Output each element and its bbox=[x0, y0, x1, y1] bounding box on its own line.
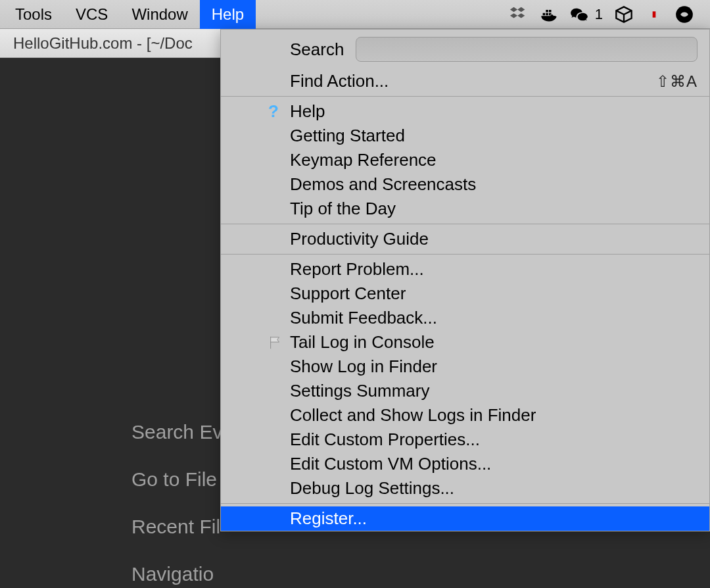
shortcut-label: ⇧⌘A bbox=[656, 72, 698, 91]
menu-productivity-guide[interactable]: Productivity Guide bbox=[221, 227, 709, 251]
menu-separator bbox=[221, 254, 709, 255]
menubar: Tools VCS Window Help 1 bbox=[0, 0, 710, 29]
menu-settings-summary[interactable]: Settings Summary bbox=[221, 379, 709, 403]
menu-search-input[interactable] bbox=[356, 37, 698, 62]
menu-report-problem[interactable]: Report Problem... bbox=[221, 257, 709, 282]
menu-help[interactable]: ? Help bbox=[221, 99, 709, 124]
menu-separator bbox=[221, 503, 709, 504]
menu-separator bbox=[221, 224, 709, 224]
notification-count: 1 bbox=[595, 6, 603, 23]
menu-support-center[interactable]: Support Center bbox=[221, 282, 709, 306]
menu-find-action[interactable]: Find Action... ⇧⌘A bbox=[221, 69, 709, 93]
menu-tools[interactable]: Tools bbox=[3, 0, 64, 29]
menu-tip-of-day[interactable]: Tip of the Day bbox=[221, 197, 709, 221]
menu-demos-screencasts[interactable]: Demos and Screencasts bbox=[221, 172, 709, 197]
flag-icon bbox=[268, 335, 283, 350]
welcome-recent-files[interactable]: Recent Fil bbox=[131, 516, 222, 538]
menu-debug-log-settings[interactable]: Debug Log Settings... bbox=[221, 476, 709, 501]
welcome-goto-file[interactable]: Go to File bbox=[131, 468, 222, 491]
menu-edit-vm-options[interactable]: Edit Custom VM Options... bbox=[221, 452, 709, 476]
red-indicator-icon[interactable] bbox=[645, 5, 663, 24]
question-icon: ? bbox=[268, 101, 279, 122]
menu-edit-custom-props[interactable]: Edit Custom Properties... bbox=[221, 428, 709, 452]
menu-window[interactable]: Window bbox=[120, 0, 199, 29]
menu-tail-log[interactable]: Tail Log in Console bbox=[221, 330, 709, 355]
help-dropdown: Search Find Action... ⇧⌘A ? Help Getting… bbox=[220, 29, 710, 531]
menu-search-row[interactable]: Search bbox=[221, 30, 709, 69]
menu-vcs[interactable]: VCS bbox=[64, 0, 120, 29]
dropbox-icon[interactable] bbox=[509, 5, 528, 24]
menu-help[interactable]: Help bbox=[200, 0, 256, 29]
welcome-search-everywhere[interactable]: Search Ev bbox=[131, 421, 222, 443]
wechat-icon[interactable] bbox=[570, 5, 588, 24]
status-icons: 1 bbox=[509, 5, 707, 24]
menu-register[interactable]: Register... bbox=[221, 506, 709, 531]
box-icon[interactable] bbox=[615, 5, 633, 24]
menu-collect-logs[interactable]: Collect and Show Logs in Finder bbox=[221, 403, 709, 428]
welcome-list: Search Ev Go to File Recent Fil Navigati… bbox=[131, 421, 222, 585]
menu-show-log-finder[interactable]: Show Log in Finder bbox=[221, 355, 709, 379]
docker-icon[interactable] bbox=[540, 5, 558, 24]
menu-separator bbox=[221, 96, 709, 97]
welcome-navigation[interactable]: Navigatio bbox=[131, 563, 222, 585]
menu-getting-started[interactable]: Getting Started bbox=[221, 124, 709, 148]
menu-submit-feedback[interactable]: Submit Feedback... bbox=[221, 306, 709, 330]
svg-rect-0 bbox=[653, 11, 656, 17]
circle-icon[interactable] bbox=[675, 5, 694, 24]
menu-search-label: Search bbox=[290, 39, 344, 60]
menu-keymap-reference[interactable]: Keymap Reference bbox=[221, 148, 709, 172]
window-title: HelloGitHub.com - [~/Doc bbox=[13, 34, 193, 53]
